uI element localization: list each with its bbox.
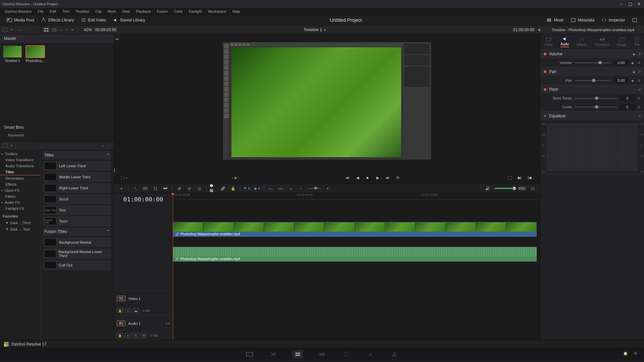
project-settings-button[interactable]: ⚙ <box>634 351 640 357</box>
fx-view-icon[interactable] <box>3 143 7 147</box>
match-frame-button[interactable]: ⛶ <box>506 175 513 181</box>
replace-clip[interactable]: ⊡ <box>196 185 203 191</box>
fusion-titles-category-header[interactable]: Fusion Titles⌃ <box>43 227 111 236</box>
menu-fairlight[interactable]: Fairlight <box>186 9 205 14</box>
monitor-volume-slider[interactable] <box>494 188 515 189</box>
link-toggle[interactable]: 🔗 <box>220 185 226 191</box>
enable-dot[interactable] <box>544 88 546 91</box>
menu-color[interactable]: Color <box>171 9 185 14</box>
enable-dot[interactable] <box>544 70 546 73</box>
mixer-toggle[interactable]: Mixer <box>544 16 566 24</box>
viewer-canvas[interactable] <box>223 42 431 160</box>
dim-button[interactable]: DIM <box>518 186 526 190</box>
taskbar-discord[interactable]: ◉ <box>85 361 95 362</box>
title-preset[interactable]: Scroll <box>43 194 111 204</box>
pan-slider[interactable] <box>575 80 611 81</box>
title-preset[interactable]: Middle Lower Third <box>43 172 111 182</box>
equalizer-graph[interactable]: +24 +24 +12 +12 0 0 -12 -12 -24 -24 <box>540 120 644 174</box>
audio-clip[interactable]: 🔗Photoshop Wassertropfen erstellen.mp4 <box>173 247 537 261</box>
metadata-toggle[interactable]: Metadata <box>568 16 597 24</box>
selection-tool[interactable]: ↖ <box>132 185 139 191</box>
minimize-button[interactable]: ─ <box>619 2 624 6</box>
menu-playback[interactable]: Playback <box>133 9 154 14</box>
stop-button[interactable]: ■ <box>364 175 371 181</box>
zoom-to-fit[interactable]: ▭⌕ <box>277 185 284 191</box>
taskbar-steam[interactable]: ◉ <box>96 361 105 362</box>
effects-library-toggle[interactable]: Effects Library <box>38 16 76 24</box>
fx-tree-generators[interactable]: Generators <box>0 175 40 181</box>
menu-view[interactable]: View <box>119 9 132 14</box>
dynamic-trim-tool[interactable]: ⟦⟧ <box>152 185 159 191</box>
timeline-view-options[interactable]: ≡ <box>118 185 125 191</box>
prev-edit-button[interactable]: |◀ <box>526 175 533 181</box>
smart-bin-item[interactable]: Keywords <box>4 132 110 138</box>
mute-button[interactable]: M <box>141 333 147 338</box>
overwrite-clip[interactable]: ⊟ <box>186 185 193 191</box>
taskbar-app[interactable]: ◉ <box>107 361 116 362</box>
title-preset[interactable]: Basic TitleText <box>43 205 111 215</box>
fx-tree-openfx[interactable]: Open FX <box>0 187 40 193</box>
list-view-icon[interactable] <box>52 28 57 32</box>
insert-clip[interactable]: ⊞ <box>176 185 182 191</box>
fusion-page[interactable] <box>317 350 327 358</box>
flag-button[interactable]: ⚑ ▾ <box>244 185 250 191</box>
cut-page[interactable] <box>268 350 279 358</box>
inspector-tab-video[interactable]: Video <box>542 36 555 48</box>
fx-tree-video-transitions[interactable]: Video Transitions <box>0 157 40 163</box>
menu-davinci[interactable]: DaVinci Resolve <box>2 9 35 14</box>
search-icon[interactable]: ⌕ <box>60 28 62 32</box>
viewer-zoom[interactable]: 42% <box>84 27 92 32</box>
video-clip[interactable]: 🔗Photoshop Wassertropfen erstellen.mp4 <box>173 222 537 237</box>
maximize-button[interactable]: ▢ <box>628 2 633 6</box>
taskbar-app[interactable]: ◆ <box>117 361 127 362</box>
keyframe-icon[interactable]: ◆ <box>631 61 635 65</box>
inspector-tab-transition[interactable]: Transition <box>592 36 612 48</box>
taskbar-app[interactable]: ◉ <box>53 361 62 362</box>
taskbar-firefox[interactable]: 🦊 <box>42 361 52 362</box>
jump-end-button[interactable]: ⏭ <box>384 175 391 181</box>
prev-frame-button[interactable]: ◀ <box>354 175 361 181</box>
fairlight-page[interactable] <box>365 350 376 358</box>
fx-tree-titles[interactable]: Titles <box>0 169 40 175</box>
solo-button[interactable]: S <box>133 333 139 338</box>
taskbar-opera[interactable]: O <box>32 361 41 362</box>
volume-slider[interactable] <box>575 62 611 63</box>
video-track-header[interactable]: V1 Video 1 <box>114 290 172 306</box>
track-lock-icon[interactable]: 🔒 <box>117 308 123 313</box>
taskbar-photoshop[interactable]: Ps <box>74 361 84 362</box>
thumbnail-view-icon[interactable] <box>44 28 49 32</box>
menu-clip[interactable]: Clip <box>93 9 104 14</box>
inspector-tab-effects[interactable]: Effects <box>574 36 590 48</box>
menu-file[interactable]: File <box>35 9 47 14</box>
playhead[interactable] <box>173 193 173 340</box>
zoom-out-button[interactable]: − <box>298 185 304 191</box>
enable-dot[interactable] <box>544 53 546 55</box>
keyframe-icon[interactable]: ◆ <box>631 79 635 82</box>
jump-start-button[interactable]: ⏮ <box>344 175 351 181</box>
home-button[interactable]: 🏠 <box>623 351 629 357</box>
menu-workspace[interactable]: Workspace <box>205 9 229 14</box>
reset-icon[interactable]: ↺ <box>637 97 641 100</box>
volume-value[interactable]: 0.00 <box>614 60 629 65</box>
titles-category-header[interactable]: Titles⌃ <box>43 151 111 160</box>
full-screen-toggle[interactable] <box>629 16 640 24</box>
pan-value[interactable]: 0.00 <box>614 78 629 83</box>
track-lock-icon[interactable]: 🔒 <box>117 333 123 338</box>
media-page[interactable] <box>244 350 255 358</box>
next-edit-button[interactable]: ▶| <box>516 175 523 181</box>
cents-value[interactable]: 0 <box>620 104 635 110</box>
taskbar-resolve[interactable] <box>150 361 159 362</box>
reset-icon[interactable]: ↺ <box>638 114 641 118</box>
trim-tool[interactable] <box>142 185 149 191</box>
audio-track-header[interactable]: A1 Audio 1 2.0 <box>114 315 172 331</box>
taskbar-obs[interactable]: ◉ <box>139 361 148 362</box>
timeline-ruler[interactable]: 01:00:00:00 01:03:42:00 01:07:24:00 <box>173 193 540 200</box>
edit-index-toggle[interactable]: Edit Index <box>78 16 109 24</box>
clip-thumbnail[interactable]: Photoshop... <box>25 46 45 63</box>
deliver-page[interactable] <box>389 350 400 358</box>
reset-icon[interactable]: ↺ <box>637 79 641 82</box>
reset-icon[interactable]: ↺ <box>637 105 641 109</box>
title-preset[interactable]: Right Lower Third <box>43 183 111 193</box>
edit-page[interactable] <box>292 350 303 358</box>
inspector-tab-file[interactable]: File <box>631 36 643 48</box>
